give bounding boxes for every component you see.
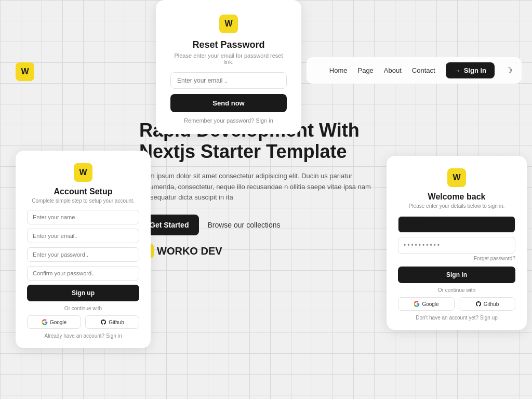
dark-mode-icon[interactable]: ☽ — [505, 65, 512, 75]
nav-signin-button[interactable]: → Sign in — [446, 62, 495, 78]
reset-subtitle: Please enter your email for password res… — [170, 52, 287, 65]
signin-social-buttons: Google Github — [398, 297, 515, 311]
google-icon — [42, 319, 48, 325]
account-setup-card: W Account Setup Complete simple step to … — [16, 151, 151, 348]
account-subtitle: Complete simple step to setup your accou… — [27, 198, 139, 204]
account-github-label: Github — [109, 320, 124, 325]
signin-arrow-icon: → — [454, 66, 461, 74]
hero-buttons: Get Started Browse our collections — [139, 215, 389, 235]
signin-subtitle: Please enter your details below to sign … — [398, 203, 515, 209]
remember-text: Remember your password? Sign in — [170, 117, 287, 124]
signup-button[interactable]: Sign up — [27, 285, 139, 301]
github-icon — [100, 319, 107, 325]
account-google-label: Google — [50, 320, 66, 325]
account-google-button[interactable]: Google — [27, 315, 81, 329]
scene-container: W Reset Password Please enter your email… — [0, 0, 532, 399]
signin-password-input[interactable] — [398, 237, 515, 254]
small-logo: W — [16, 62, 34, 81]
signin-google-button[interactable]: Google — [398, 297, 455, 311]
account-logo-icon: W — [74, 163, 92, 182]
signin-or-text: Or continue with — [398, 287, 515, 293]
nav-about[interactable]: About — [384, 66, 402, 74]
account-social-buttons: Google Github — [27, 315, 139, 329]
signin-title: Welcome back — [398, 192, 515, 202]
signin-github-button[interactable]: Github — [459, 297, 515, 311]
hero-section: Rapid Development With Nextjs Starter Te… — [139, 119, 389, 258]
hero-description: orem ipsum dolor sit amet consectetur ad… — [139, 171, 389, 203]
navbar: Home Page About Contact → Sign in ☽ — [307, 57, 522, 84]
brand-full-name: WORKO DEV — [157, 245, 222, 257]
signin-github-icon — [475, 301, 482, 307]
account-confirm-input[interactable] — [27, 266, 139, 281]
signin-google-icon — [414, 301, 420, 307]
nav-page[interactable]: Page — [357, 66, 373, 74]
account-name-input[interactable] — [27, 210, 139, 224]
signin-email-input[interactable] — [398, 216, 515, 233]
signin-logo-icon: W — [447, 168, 466, 187]
signin-card: W Welcome back Please enter your details… — [387, 156, 527, 330]
reset-title: Reset Password — [170, 39, 287, 50]
account-already-text: Already have an account? Sign in — [27, 333, 139, 339]
account-password-input[interactable] — [27, 247, 139, 262]
forget-password-link[interactable]: Forget password? — [398, 256, 515, 261]
brand-name: W WORKO DEV — [139, 244, 389, 258]
signin-no-account-text: Don't have an account yet? Sign up — [398, 315, 515, 321]
account-or-text: Or continue with — [27, 305, 139, 311]
browse-button[interactable]: Browse our collections — [207, 221, 280, 229]
nav-signin-label: Sign in — [464, 66, 486, 74]
nav-home[interactable]: Home — [329, 66, 348, 74]
signin-card-logo: W — [398, 168, 515, 187]
reset-email-input[interactable] — [170, 72, 287, 89]
send-button[interactable]: Send now — [170, 94, 287, 112]
reset-card-logo: W — [170, 15, 287, 33]
logo-icon: W — [219, 15, 238, 33]
account-email-input[interactable] — [27, 229, 139, 243]
signin-github-label: Github — [484, 301, 499, 307]
signin-button[interactable]: Sign in — [398, 267, 515, 283]
account-github-button[interactable]: Github — [85, 315, 139, 329]
signin-google-label: Google — [422, 301, 438, 307]
nav-contact[interactable]: Contact — [412, 66, 435, 74]
reset-password-card: W Reset Password Please enter your email… — [156, 0, 301, 134]
account-card-logo: W — [27, 163, 139, 182]
account-title: Account Setup — [27, 187, 139, 196]
small-logo-icon: W — [16, 62, 34, 81]
